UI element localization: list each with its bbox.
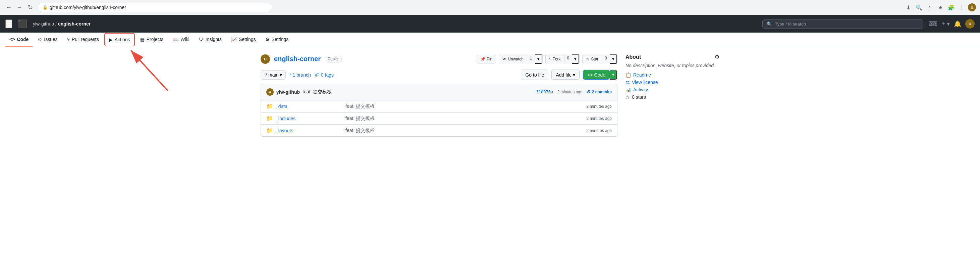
file-table: 📁 _data feat: 提交模板 2 minutes ago 📁 _incl… [261, 100, 617, 137]
pin-button[interactable]: 📌 Pin [477, 55, 496, 64]
nav-item-insights[interactable]: 📈 Settings [227, 33, 260, 47]
nav-item-actions[interactable]: ▶ Actions [104, 33, 135, 46]
file-name-link[interactable]: _includes [276, 116, 343, 121]
main-content: U english-corner Public 📌 Pin 👁 Unwatch [255, 47, 725, 144]
terminal-button[interactable]: ⌨ [929, 20, 937, 27]
github-search[interactable]: 🔍 Type / to search [762, 19, 923, 29]
plus-button[interactable]: + ▾ [942, 20, 950, 27]
about-title: About ⚙ [625, 54, 719, 60]
commit-hash[interactable]: 310970a [536, 89, 554, 94]
fork-icon: ⑂ [549, 57, 551, 61]
nav-item-pull-requests[interactable]: ⑂ Pull requests [63, 33, 103, 47]
share-icon[interactable]: ↑ [925, 3, 934, 12]
notifications-button[interactable]: 🔔 [954, 20, 961, 27]
license-icon: ⚖ [625, 80, 630, 85]
branches-link[interactable]: ⑂ 1 branch [288, 72, 310, 78]
browser-back-button[interactable]: ← [4, 3, 13, 12]
browser-address-bar[interactable]: 🔒 github.com/ylw-github/english-corner [38, 3, 272, 12]
search-placeholder: Type / to search [775, 21, 806, 27]
breadcrumb: ylw-github / english-corner [33, 21, 91, 27]
actions-icon: ▶ [109, 37, 113, 42]
repo-main: U english-corner Public 📌 Pin 👁 Unwatch [261, 54, 617, 137]
security-label: Insights [205, 37, 222, 42]
branch-select-button[interactable]: ⑂ main ▾ [261, 70, 286, 80]
star-button[interactable]: ☆ Star [582, 54, 602, 64]
fork-button[interactable]: ⑂ Fork [546, 54, 564, 64]
fork-group: ⑂ Fork 0 ▾ [545, 54, 580, 64]
nav-item-settings[interactable]: ⚙ Settings [261, 33, 293, 47]
code-dropdown-button[interactable]: ▾ [610, 70, 617, 80]
code-button[interactable]: <> Code [583, 70, 610, 80]
file-commit-msg: feat: 提交模板 [345, 128, 584, 134]
header-actions: ⌨ + ▾ 🔔 U [929, 19, 975, 29]
search-icon[interactable]: 🔍 [914, 3, 924, 12]
breadcrumb-repo-link[interactable]: english-corner [58, 21, 91, 27]
branch-name: main [268, 72, 278, 78]
commit-author[interactable]: ylw-github [276, 89, 300, 95]
actions-label: Actions [115, 37, 130, 42]
browser-avatar[interactable]: U [968, 3, 976, 11]
github-logo: ⬛ [18, 19, 27, 29]
lock-icon: 🔒 [43, 5, 48, 10]
activity-icon: 📊 [625, 87, 631, 93]
commit-row: U ylw-github feat: 提交模板 310970a 2 minute… [261, 84, 617, 100]
history-icon: ⏱ [587, 89, 590, 94]
repo-header: U english-corner Public 📌 Pin 👁 Unwatch [261, 54, 617, 64]
star-icon: ☆ [625, 94, 630, 100]
add-file-button[interactable]: Add file ▾ [551, 70, 579, 80]
menu-icon[interactable]: ⋮ [957, 3, 967, 12]
bookmark-icon[interactable]: ★ [936, 3, 945, 12]
branch-actions: Go to file Add file ▾ <> Code ▾ [521, 70, 617, 80]
branches-icon: ⑂ [288, 72, 291, 78]
repo-actions: 📌 Pin 👁 Unwatch 1 ▾ [477, 54, 617, 64]
insights-label: Settings [239, 37, 256, 42]
nav-item-security[interactable]: 🛡 Insights [195, 33, 226, 47]
tags-count: 0 tags [321, 72, 334, 78]
license-link[interactable]: ⚖ View license [625, 80, 719, 85]
watch-dropdown-button[interactable]: ▾ [535, 54, 542, 64]
unwatch-button[interactable]: 👁 Unwatch [499, 54, 527, 64]
star-dropdown-button[interactable]: ▾ [610, 54, 617, 64]
download-icon[interactable]: ⬇ [904, 3, 913, 12]
file-name-link[interactable]: _layouts [276, 128, 343, 133]
browser-toolbar-right: ⬇ 🔍 ↑ ★ 🧩 ⋮ U [904, 3, 976, 12]
hamburger-menu-button[interactable]: ☰ [5, 19, 12, 28]
file-name-link[interactable]: _data [276, 104, 343, 109]
commits-link[interactable]: ⏱ 2 commits [587, 89, 612, 94]
star-count: 0 [602, 54, 610, 64]
user-avatar[interactable]: U [965, 19, 975, 29]
file-row: 📁 _layouts feat: 提交模板 2 minutes ago [261, 124, 617, 136]
readme-link[interactable]: 📋 Readme [625, 72, 719, 78]
issues-icon: ⊙ [38, 37, 42, 42]
search-box[interactable]: 🔍 Type / to search [762, 19, 923, 29]
file-commit-msg: feat: 提交模板 [345, 115, 584, 121]
fork-dropdown-button[interactable]: ▾ [572, 54, 579, 64]
code-brackets-icon: <> [587, 72, 593, 78]
pin-icon: 📌 [480, 57, 485, 61]
branch-bar: ⑂ main ▾ ⑂ 1 branch 🏷 0 tags Go to file [261, 70, 617, 80]
folder-icon: 📁 [266, 127, 273, 134]
browser-reload-button[interactable]: ↻ [25, 3, 35, 12]
commit-time: 2 minutes ago [557, 89, 582, 94]
repo-visibility-badge: Public [325, 56, 342, 62]
browser-forward-button[interactable]: → [15, 3, 24, 12]
activity-link[interactable]: 📊 Activity [625, 87, 719, 93]
security-icon: 🛡 [199, 37, 204, 42]
tags-link[interactable]: 🏷 0 tags [315, 72, 334, 78]
file-time: 2 minutes ago [587, 104, 612, 109]
file-row: 📁 _includes feat: 提交模板 2 minutes ago [261, 112, 617, 124]
about-section: About ⚙ No description, website, or topi… [625, 54, 719, 100]
extensions-icon[interactable]: 🧩 [947, 3, 956, 12]
nav-item-wiki[interactable]: 📖 Wiki [169, 33, 193, 47]
branches-count: 1 branch [293, 72, 310, 78]
nav-item-projects[interactable]: ▦ Projects [136, 33, 168, 47]
goto-file-button[interactable]: Go to file [521, 70, 548, 80]
code-label: Code [594, 72, 605, 78]
breadcrumb-user-link[interactable]: ylw-github [33, 21, 54, 27]
nav-item-issues[interactable]: ⊙ Issues [34, 33, 61, 47]
nav-item-code[interactable]: <> Code [5, 33, 33, 47]
code-group: <> Code ▾ [582, 70, 617, 80]
repo-title[interactable]: english-corner [274, 55, 321, 63]
about-settings-button[interactable]: ⚙ [715, 54, 719, 60]
svg-line-1 [131, 50, 168, 91]
